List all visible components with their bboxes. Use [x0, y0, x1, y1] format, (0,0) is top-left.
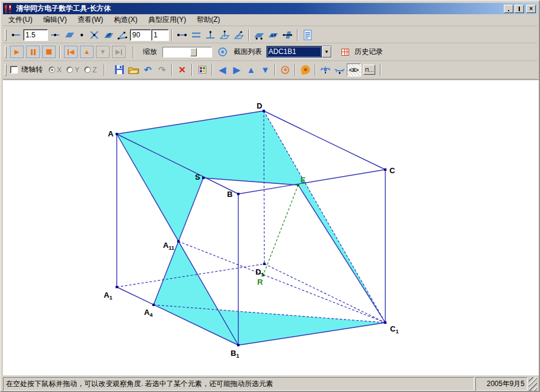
toolbar-grip[interactable]	[5, 64, 7, 76]
up-icon[interactable]: ▲	[80, 46, 94, 58]
app-logo-icon	[4, 4, 14, 14]
maximize-icon	[519, 7, 520, 11]
last-icon[interactable]: ▶	[112, 46, 126, 58]
point-icon[interactable]	[76, 28, 87, 42]
pi-settings-icon[interactable]: Π…	[363, 65, 375, 75]
plane-icon[interactable]	[62, 28, 76, 42]
point-D1[interactable]	[263, 263, 266, 265]
play-icon[interactable]: ▶	[10, 46, 24, 58]
axis-z-label: Z	[92, 66, 97, 74]
pause-icon[interactable]	[26, 46, 40, 58]
intersection-icon[interactable]	[87, 28, 101, 42]
segment-icon[interactable]	[175, 28, 189, 42]
angle-icon[interactable]	[116, 28, 130, 42]
first-icon[interactable]: ◀	[64, 46, 78, 58]
line-through-plane-icon[interactable]	[280, 28, 295, 42]
section-list-label: 截面列表	[234, 47, 262, 57]
maximize-button[interactable]	[515, 5, 524, 13]
point-label-C: C	[389, 166, 395, 175]
point-A4[interactable]	[152, 304, 155, 306]
perpendicular-plane-icon[interactable]	[218, 28, 232, 42]
oblique-line-icon[interactable]	[232, 28, 246, 42]
notes-icon[interactable]	[301, 28, 315, 42]
open-folder-icon[interactable]	[126, 63, 140, 77]
toolbar-animation: ▶ ◀ ▲ ▼ ▶ 缩放 截面列表 ADC1B1 ▼ 历史记录	[3, 43, 537, 61]
axis-x-label: X	[57, 66, 62, 74]
point-D[interactable]	[263, 110, 265, 112]
angle-input[interactable]	[130, 29, 151, 41]
rotate-axis-label: 绕轴转	[21, 65, 43, 75]
menu-edit[interactable]: 编辑(V)	[38, 14, 72, 26]
point-C1[interactable]	[384, 321, 386, 324]
axis-x-radio[interactable]	[49, 66, 55, 73]
menu-help[interactable]: 帮助(Z)	[191, 14, 225, 26]
rotate-axis-checkbox[interactable]	[10, 66, 18, 74]
point-A1[interactable]	[116, 286, 118, 288]
zoom-slider[interactable]	[162, 47, 212, 58]
edge-E-R[interactable]	[263, 185, 298, 275]
history-label[interactable]: 历史记录	[354, 47, 383, 57]
stop-icon[interactable]	[42, 46, 56, 58]
point-on-segment-icon[interactable]	[9, 28, 23, 42]
section-selected-value: ADC1B1	[267, 46, 322, 58]
perpendicular-icon[interactable]	[203, 28, 218, 42]
plane-arrow-icon[interactable]	[101, 28, 116, 42]
redo-icon[interactable]: ↷	[155, 63, 169, 77]
menu-file[interactable]: 文件(U)	[3, 14, 38, 26]
plane-two-points-icon[interactable]	[252, 28, 266, 42]
close-button[interactable]: ×	[526, 5, 536, 13]
edge-D-C1[interactable]	[264, 111, 385, 323]
section-list-combobox[interactable]: ADC1B1 ▼	[266, 46, 332, 58]
point-A11[interactable]	[177, 240, 180, 243]
count-input[interactable]	[151, 29, 169, 41]
point-label-B: B	[227, 190, 232, 199]
drawing-canvas[interactable]: ADCBSEA11A1A4B1C1D1R	[3, 79, 539, 375]
minimize-button[interactable]	[504, 5, 513, 13]
point-E[interactable]	[297, 184, 299, 186]
point-B1[interactable]	[237, 344, 239, 346]
point-C[interactable]	[384, 168, 386, 171]
show-points-eye-icon[interactable]	[333, 63, 347, 77]
parallel-icon[interactable]	[189, 28, 203, 42]
point-R[interactable]	[262, 274, 264, 276]
history-grid-icon[interactable]	[341, 49, 349, 56]
geometry-figure[interactable]: ADCBSEA11A1A4B1C1D1R	[3, 80, 539, 376]
menu-construct[interactable]: 构造(X)	[108, 14, 143, 26]
point-label-A4: A4	[144, 308, 152, 318]
edge-E-C1[interactable]	[298, 185, 385, 323]
segment-length-icon[interactable]	[48, 28, 62, 42]
nav-left-icon[interactable]: ◀	[215, 63, 229, 77]
status-date: 2005年9月5	[475, 377, 528, 391]
menu-typical-apps[interactable]: 典型应用(Y)	[143, 14, 191, 26]
point-label-B1: B1	[231, 349, 239, 359]
point-A[interactable]	[116, 133, 118, 135]
undo-icon[interactable]: ↶	[140, 63, 155, 77]
leaf-view-icon[interactable]	[298, 63, 312, 77]
combobox-dropdown-button[interactable]: ▼	[322, 46, 331, 58]
axis-z-radio[interactable]	[84, 66, 91, 73]
target-icon[interactable]	[278, 63, 292, 77]
nav-right-icon[interactable]: ▶	[229, 63, 244, 77]
show-labels-eye-icon[interactable]	[318, 63, 333, 77]
record-target-icon[interactable]	[218, 47, 227, 56]
hide-eye-icon[interactable]	[347, 63, 361, 77]
delete-icon[interactable]: ✕	[175, 63, 189, 77]
resize-grip[interactable]	[529, 377, 537, 391]
zoom-slider-thumb[interactable]	[190, 48, 197, 56]
toolbar-grip[interactable]	[5, 29, 7, 41]
axis-y-radio[interactable]	[66, 66, 73, 73]
save-icon[interactable]	[112, 63, 126, 77]
point-S[interactable]	[202, 177, 205, 179]
down-icon[interactable]: ▼	[96, 46, 110, 58]
palette-icon[interactable]	[195, 63, 209, 77]
nav-up-icon[interactable]: ▲	[244, 63, 258, 77]
nav-down-icon[interactable]: ▼	[258, 63, 272, 77]
toolbar-grip[interactable]	[5, 46, 7, 58]
menu-view[interactable]: 查看(W)	[72, 14, 108, 26]
point-label-A1: A1	[104, 291, 112, 301]
plane-points-icon[interactable]	[266, 28, 280, 42]
point-B[interactable]	[237, 193, 239, 195]
title-bar[interactable]: 清华同方电子数学工具-长方体 ×	[3, 3, 537, 14]
length-input[interactable]	[23, 29, 48, 41]
section-face[interactable]	[154, 305, 385, 345]
